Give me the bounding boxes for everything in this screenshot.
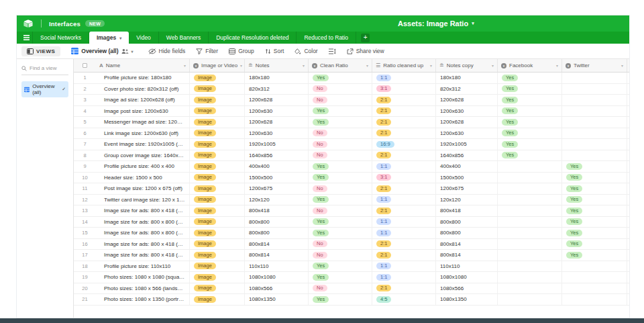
tab[interactable]: Social Networks <box>32 32 89 44</box>
table-row[interactable]: 17 Image size for ads: 800 x 418 (Conver… <box>74 250 629 261</box>
cell-notes-copy[interactable]: 800x418 <box>436 205 498 216</box>
cell-facebook[interactable] <box>498 250 562 261</box>
cell-clean-ratio[interactable]: No <box>309 205 372 216</box>
cell-ratio-cleaned-up[interactable]: 2:1 <box>372 128 436 139</box>
cell-facebook[interactable]: Yes <box>498 117 562 128</box>
cell-name[interactable]: Cover photo size: 820x312 (off) <box>96 84 190 95</box>
table-row[interactable]: 15 Image size for ads: 800 x 800 (Carous… <box>74 228 629 239</box>
cell-notes[interactable]: 820x312 <box>245 84 309 95</box>
cell-ratio-cleaned-up[interactable]: 2:1 <box>372 150 436 161</box>
cell-notes-copy[interactable]: 800x814 <box>436 250 498 261</box>
cell-notes[interactable]: 1080x566 <box>245 283 309 294</box>
cell-notes-copy[interactable]: 800x800 <box>436 217 498 228</box>
cell-name[interactable]: Photo sizes: 1080 x 1080 (square) <box>96 272 190 283</box>
table-row[interactable]: 7 Event image size: 1920x1005 (off) Imag… <box>74 139 629 150</box>
cell-clean-ratio[interactable]: Yes <box>309 272 372 283</box>
column-header-image-or-video[interactable]: ▾Image or Video▾ <box>190 59 245 72</box>
cell-name[interactable]: Link image size: 1200x630 (off) <box>96 128 190 139</box>
sort-button[interactable]: Sort <box>265 48 284 54</box>
cell-notes[interactable]: 1640x856 <box>245 150 309 161</box>
cell-ratio-cleaned-up[interactable]: 2:1 <box>372 283 436 294</box>
tab[interactable]: Images ▾ <box>89 32 129 44</box>
cell-notes[interactable]: 800x814 <box>245 239 309 250</box>
cell-notes-copy[interactable]: 1200x630 <box>436 128 498 139</box>
row-number[interactable]: 7 <box>74 139 96 150</box>
cell-notes-copy[interactable]: 1920x1005 <box>436 139 498 150</box>
row-number[interactable]: 17 <box>74 250 96 261</box>
cell-image-or-video[interactable]: Image <box>190 139 245 150</box>
cell-twitter[interactable]: Yes <box>562 250 627 261</box>
cell-notes-copy[interactable]: 1080x1350 <box>436 294 498 305</box>
row-number[interactable]: 6 <box>74 128 96 139</box>
row-number[interactable]: 20 <box>74 283 96 294</box>
cell-notes-copy[interactable]: 1080x566 <box>436 283 498 294</box>
cell-twitter[interactable]: Yes <box>562 239 627 250</box>
cell-notes[interactable]: 800x800 <box>245 228 309 238</box>
column-header-name[interactable]: AName▾ <box>96 59 190 72</box>
cell-ratio-cleaned-up[interactable]: 1:1 <box>372 73 436 83</box>
row-number[interactable]: 1 <box>74 73 96 83</box>
cell-name[interactable]: Image size for ads: 800 x 800 (Carousels… <box>96 228 190 238</box>
cell-facebook[interactable] <box>498 205 562 216</box>
row-number[interactable]: 18 <box>74 261 96 272</box>
cell-notes[interactable]: 1080x1350 <box>245 294 309 305</box>
cell-notes[interactable]: 110x110 <box>245 261 309 272</box>
cell-facebook[interactable]: Yes <box>498 73 562 83</box>
cell-name[interactable]: Image size for ads: 800 x 418 (Direct M.… <box>96 239 190 250</box>
cell-clean-ratio[interactable]: Yes <box>309 294 372 305</box>
chevron-down-icon[interactable]: ▾ <box>184 63 186 68</box>
cell-clean-ratio[interactable]: No <box>309 128 372 139</box>
cell-ratio-cleaned-up[interactable]: 1:1 <box>372 217 436 228</box>
cell-clean-ratio[interactable]: No <box>309 239 372 250</box>
cell-notes-copy[interactable]: 400x400 <box>436 161 498 172</box>
cell-facebook[interactable] <box>498 228 562 238</box>
cell-notes-copy[interactable]: 180x180 <box>436 73 498 83</box>
cell-ratio-cleaned-up[interactable]: 1:1 <box>372 228 436 238</box>
cell-image-or-video[interactable]: Image <box>190 239 245 250</box>
cell-notes[interactable]: 120x120 <box>245 195 309 205</box>
cell-facebook[interactable]: Yes <box>498 150 562 161</box>
column-header-facebook[interactable]: ▾Facebook▾ <box>498 59 562 72</box>
table-row[interactable]: 9 Profile picture size: 400 x 400 Image … <box>74 161 629 173</box>
table-row[interactable]: 16 Image size for ads: 800 x 418 (Direct… <box>74 239 629 250</box>
table-row[interactable]: 21 Photo sizes: 1080 x 1350 (portrait) I… <box>74 294 629 306</box>
row-height-button[interactable] <box>329 48 336 54</box>
column-header-notes-copy[interactable]: ≞Notes copy▾ <box>436 59 498 72</box>
cell-twitter[interactable] <box>562 272 627 283</box>
cell-name[interactable]: Image size for ads: 800 x 418 (Convers..… <box>96 250 190 261</box>
cell-facebook[interactable] <box>498 183 562 194</box>
row-number[interactable]: 4 <box>74 106 96 117</box>
share-view-button[interactable]: Share view <box>347 48 384 54</box>
cell-facebook[interactable] <box>498 195 562 205</box>
row-number[interactable]: 10 <box>74 173 96 183</box>
row-number[interactable]: 19 <box>74 272 96 283</box>
row-number[interactable]: 15 <box>74 228 96 238</box>
checkbox[interactable] <box>83 63 87 68</box>
cell-facebook[interactable] <box>498 261 562 272</box>
cell-clean-ratio[interactable]: Yes <box>309 173 372 183</box>
table-row[interactable]: 5 Messenger image ad size: 1200x628 Imag… <box>74 117 629 128</box>
cell-notes-copy[interactable]: 800x814 <box>436 239 498 250</box>
cell-name[interactable]: Post image size: 1200 x 675 (off) <box>96 183 190 194</box>
cell-twitter[interactable] <box>562 283 627 294</box>
column-header-clean-ratio[interactable]: ▾Clean Ratio▾ <box>309 59 372 72</box>
cell-name[interactable]: Image post size: 1200x630 <box>96 106 190 117</box>
view-switcher[interactable]: Overview (all) ▾ <box>71 48 133 54</box>
row-number[interactable]: 5 <box>74 117 96 128</box>
views-toggle-button[interactable]: VIEWS <box>21 46 60 56</box>
table-row[interactable]: 18 Profile picture size: 110x110 Image 1… <box>74 261 629 273</box>
cell-facebook[interactable]: Yes <box>498 106 562 117</box>
cell-clean-ratio[interactable]: Yes <box>309 117 372 128</box>
table-row[interactable]: 3 Image ad size: 1200x628 (off) Image 12… <box>74 95 629 106</box>
cell-twitter[interactable] <box>562 139 627 150</box>
cell-notes[interactable]: 1200x628 <box>245 117 309 128</box>
table-row[interactable]: 8 Group cover image size: 1640x856 (off)… <box>74 150 629 162</box>
cell-notes[interactable]: 1920x1005 <box>245 139 309 150</box>
table-row[interactable]: 19 Photo sizes: 1080 x 1080 (square) Ima… <box>74 272 629 283</box>
cell-notes[interactable]: 800x814 <box>245 250 309 261</box>
cell-image-or-video[interactable]: Image <box>190 173 245 183</box>
cell-facebook[interactable] <box>498 294 562 305</box>
menu-icon[interactable] <box>20 32 32 44</box>
cell-image-or-video[interactable]: Image <box>190 84 245 95</box>
chevron-down-icon[interactable]: ▾ <box>492 63 494 68</box>
